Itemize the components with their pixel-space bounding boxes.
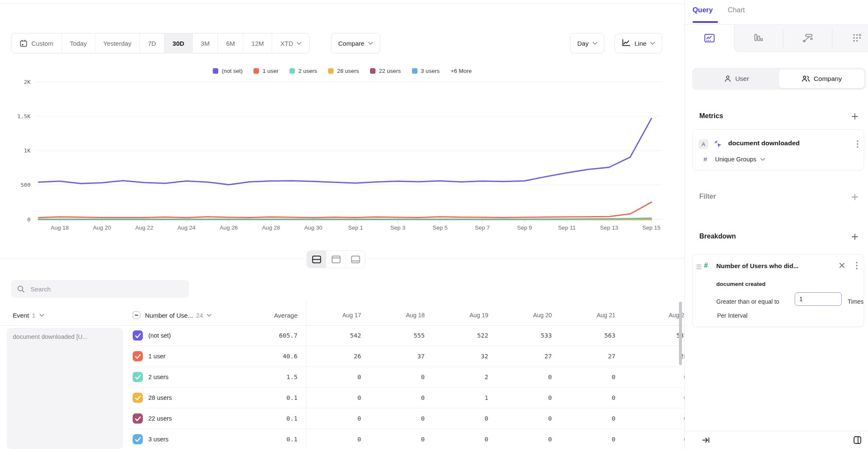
metric-name[interactable]: document downloaded xyxy=(728,139,800,147)
date-column-header[interactable]: Aug 19 xyxy=(433,305,497,325)
metric-letter-badge: A xyxy=(698,139,708,149)
metric-card[interactable]: A document downloaded # Unique Groups xyxy=(692,129,864,170)
legend-item[interactable]: 22 users xyxy=(370,68,401,74)
series-checkbox[interactable] xyxy=(133,351,143,361)
legend-swatch xyxy=(370,68,376,74)
cell-value: 0 xyxy=(624,388,684,408)
add-metric-button[interactable] xyxy=(851,113,859,120)
breakdown-condition-label: Greater than or equal to xyxy=(716,298,779,305)
line-chart-icon xyxy=(622,39,631,48)
tab-query[interactable]: Query xyxy=(693,6,713,14)
average-value: 1.5 xyxy=(220,367,302,388)
cell-value: 0 xyxy=(560,388,624,408)
calendar-icon xyxy=(19,39,28,47)
legend-item[interactable]: 28 users xyxy=(328,68,359,74)
drag-handle-icon[interactable] xyxy=(696,264,701,272)
range-custom-button[interactable]: Custom xyxy=(11,33,61,53)
filter-section-title: Filter xyxy=(699,193,716,200)
chart-type-bar-button[interactable] xyxy=(734,25,783,52)
chart-type-dropdown[interactable]: Line xyxy=(615,33,662,53)
series-checkbox[interactable] xyxy=(133,330,143,341)
svg-text:1K: 1K xyxy=(24,147,31,154)
series-checkbox[interactable] xyxy=(133,434,143,444)
tab-chart[interactable]: Chart xyxy=(728,6,745,14)
add-filter-button[interactable] xyxy=(851,193,859,201)
chart-type-line-button[interactable] xyxy=(685,25,734,52)
svg-text:Sep 11: Sep 11 xyxy=(558,224,576,231)
table-scrollbar-thumb[interactable] xyxy=(679,302,682,365)
active-tab-underline xyxy=(693,21,718,23)
date-column-header[interactable]: Aug 17 xyxy=(306,305,370,325)
breakdown-close-icon[interactable] xyxy=(839,262,845,270)
series-checkbox[interactable] xyxy=(133,393,143,403)
svg-text:Aug 30: Aug 30 xyxy=(304,224,323,231)
average-value: 0.1 xyxy=(220,429,302,449)
interval-dropdown[interactable]: Day xyxy=(570,33,604,53)
cell-value: 27 xyxy=(560,346,624,367)
metrics-section-title: Metrics xyxy=(699,112,723,120)
scope-user-option[interactable]: User xyxy=(694,69,779,88)
chart-only-toggle[interactable] xyxy=(326,251,345,268)
metric-kebab-icon[interactable] xyxy=(857,140,859,150)
range-today-button[interactable]: Today xyxy=(61,33,95,53)
range-7d-button[interactable]: 7D xyxy=(139,33,164,53)
search-box xyxy=(11,280,189,298)
chart-type-grid-button[interactable] xyxy=(832,25,868,52)
legend-item[interactable]: 1 user xyxy=(253,68,278,74)
range-6m-button[interactable]: 6M xyxy=(217,33,243,53)
scope-toggle: User Company xyxy=(692,68,866,90)
chevron-down-icon xyxy=(760,158,765,161)
series-label: 3 users xyxy=(148,429,169,449)
breakdown-event-name[interactable]: document created xyxy=(716,281,765,287)
breakdown-hash-icon: # xyxy=(704,262,708,269)
series-checkbox[interactable] xyxy=(133,372,143,382)
legend-more-button[interactable]: +6 More xyxy=(451,68,472,74)
range-xtd-button[interactable]: XTD xyxy=(272,33,309,53)
split-view-icon xyxy=(312,255,321,263)
date-column-header[interactable]: Aug 20 xyxy=(497,305,560,325)
breakdown-title[interactable]: Number of Users who did... xyxy=(716,262,798,269)
cell-value: 0 xyxy=(497,408,560,429)
chevron-down-icon[interactable] xyxy=(207,314,211,317)
series-label: (not set) xyxy=(148,325,171,346)
chart-type-label: Line xyxy=(634,40,646,47)
legend-item[interactable]: (not set) xyxy=(213,68,243,74)
select-all-checkbox[interactable] xyxy=(133,311,140,319)
search-input[interactable] xyxy=(30,285,183,293)
collapse-panel-icon[interactable] xyxy=(702,436,710,444)
table-header: Event 1 Number of Use... 24 Average Aug … xyxy=(0,305,684,326)
range-3m-button[interactable]: 3M xyxy=(192,33,218,53)
chevron-down-icon xyxy=(368,42,373,45)
breakdown-per-interval-label[interactable]: Per Interval xyxy=(717,312,748,319)
legend-item[interactable]: 2 users xyxy=(289,68,317,74)
legend-item[interactable]: 3 users xyxy=(412,68,440,74)
cell-value: 37 xyxy=(370,346,433,367)
chart-type-flow-button[interactable] xyxy=(783,25,832,52)
split-view-toggle[interactable] xyxy=(307,251,326,268)
split-panel-icon[interactable] xyxy=(853,436,862,444)
range-30d-button[interactable]: 30D xyxy=(164,33,192,53)
breakdown-kebab-icon[interactable] xyxy=(856,261,858,272)
cell-value: 0 xyxy=(560,408,624,429)
layout-toggle-group xyxy=(303,247,368,271)
measure-hash-icon: # xyxy=(704,156,707,163)
aggregation-dropdown[interactable]: Unique Groups xyxy=(715,156,765,163)
series-checkbox[interactable] xyxy=(133,413,143,424)
breakdown-unit-label: Times xyxy=(848,298,864,305)
date-column-header[interactable]: Aug 18 xyxy=(370,305,433,325)
compare-button[interactable]: Compare xyxy=(331,33,380,53)
table-only-toggle[interactable] xyxy=(345,251,365,268)
range-yesterday-button[interactable]: Yesterday xyxy=(95,33,139,53)
cell-value: 26 xyxy=(306,346,370,367)
event-column-header[interactable]: Event 1 xyxy=(13,305,44,325)
breakdown-value-input[interactable] xyxy=(795,292,842,306)
add-breakdown-button[interactable] xyxy=(851,233,859,241)
date-column-header[interactable]: Aug 21 xyxy=(560,305,624,325)
cell-value: 32 xyxy=(433,346,497,367)
cell-value: 0 xyxy=(497,429,560,449)
event-row[interactable]: document downloaded [U... xyxy=(7,328,123,449)
range-12m-button[interactable]: 12M xyxy=(243,33,272,53)
series-header-label[interactable]: Number of Use... xyxy=(145,312,193,319)
scope-company-option[interactable]: Company xyxy=(779,69,864,88)
average-column-header[interactable]: Average xyxy=(220,305,298,325)
